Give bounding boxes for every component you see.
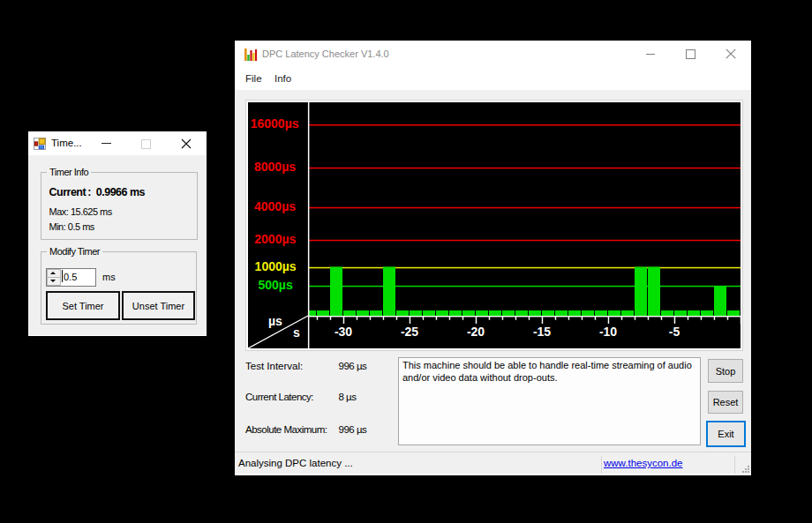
svg-text:8000µs: 8000µs xyxy=(254,160,296,174)
svg-text:-15: -15 xyxy=(533,325,551,339)
svg-text:1000µs: 1000µs xyxy=(255,259,297,273)
svg-text:500µs: 500µs xyxy=(258,278,292,292)
svg-text:s: s xyxy=(293,325,300,340)
svg-text:-5: -5 xyxy=(669,325,680,339)
svg-text:-20: -20 xyxy=(467,325,485,339)
svg-text:-10: -10 xyxy=(599,325,617,339)
svg-text:-25: -25 xyxy=(401,325,418,339)
svg-text:-30: -30 xyxy=(335,325,352,339)
svg-text:4000µs: 4000µs xyxy=(254,199,296,213)
svg-text:16000µs: 16000µs xyxy=(251,116,299,131)
svg-text:µs: µs xyxy=(268,314,282,328)
svg-text:2000µs: 2000µs xyxy=(254,232,296,246)
